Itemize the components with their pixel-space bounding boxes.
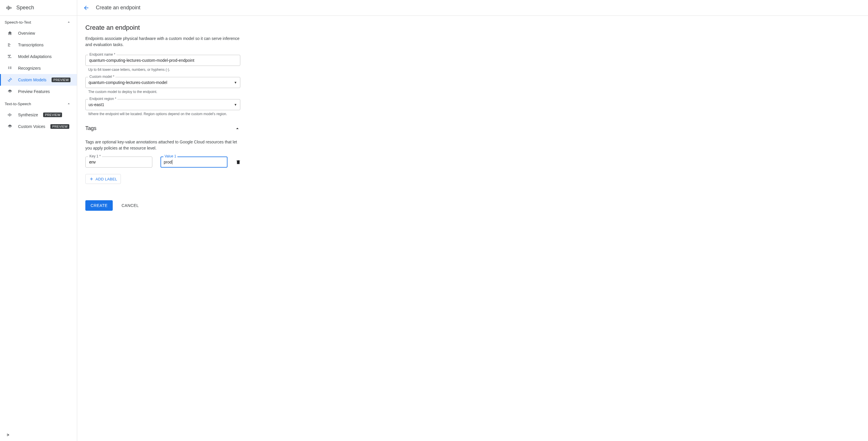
tag-value-text[interactable]: prod	[164, 160, 172, 165]
form-actions: CREATE CANCEL	[85, 200, 319, 211]
chevron-up-icon	[66, 101, 71, 106]
chevron-up-icon	[235, 126, 240, 131]
back-button[interactable]	[83, 5, 89, 11]
sidebar-item-label: Overview	[18, 31, 35, 35]
field-label: Value 1	[163, 154, 177, 158]
tag-key-input[interactable]	[89, 159, 149, 165]
section-header-stt[interactable]: Speech-to-Text	[0, 16, 77, 27]
sidebar-item-model-adaptations[interactable]: Model Adaptations	[0, 51, 77, 62]
cancel-button[interactable]: CANCEL	[120, 203, 141, 208]
text-caret	[172, 160, 173, 165]
field-label: Custom model *	[88, 75, 115, 79]
tag-key-field: Key 1 *	[85, 156, 152, 168]
svg-rect-9	[9, 55, 10, 57]
svg-rect-4	[8, 43, 10, 44]
endpoint-name-field: Endpoint name *	[85, 55, 240, 66]
section-title: Text-to-Speech	[5, 102, 31, 106]
content: Create an endpoint Endpoints associate p…	[77, 16, 328, 218]
sidebar: Speech Speech-to-Text Overview Transcrip…	[0, 0, 77, 441]
tags-description: Tags are optional key-value annotations …	[85, 139, 243, 151]
svg-rect-16	[10, 68, 11, 68]
sidebar-item-label: Synthesize	[18, 113, 38, 117]
speech-logo-icon	[6, 5, 12, 11]
section-header-tts[interactable]: Text-to-Speech	[0, 97, 77, 109]
collapse-sidebar-button[interactable]	[6, 432, 11, 438]
sidebar-header: Speech	[0, 0, 77, 16]
delete-tag-button[interactable]	[236, 159, 241, 165]
topbar: Create an endpoint	[77, 0, 868, 16]
svg-rect-19	[8, 115, 8, 115]
add-label-text: ADD LABEL	[96, 177, 117, 181]
home-icon	[7, 31, 13, 36]
field-label: Key 1 *	[88, 154, 102, 158]
field-helper: Up to 64 lower-case letters, numbers, or…	[88, 68, 319, 72]
endpoint-name-input[interactable]	[89, 58, 237, 63]
sidebar-item-custom-models[interactable]: Custom Models PREVIEW	[0, 74, 77, 86]
svg-rect-0	[7, 7, 7, 9]
product-title: Speech	[16, 5, 34, 11]
sidebar-item-transcriptions[interactable]: Transcriptions	[0, 39, 77, 51]
svg-rect-13	[8, 68, 9, 68]
preview-badge: PREVIEW	[51, 124, 69, 129]
tags-title: Tags	[85, 125, 96, 131]
custom-models-icon	[7, 77, 13, 83]
dropdown-arrow-icon: ▼	[234, 81, 237, 84]
field-label: Endpoint region *	[88, 97, 117, 101]
sidebar-item-label: Preview Features	[18, 89, 50, 94]
dropdown-arrow-icon: ▼	[234, 103, 237, 107]
tag-value-field: Value 1 prod	[160, 156, 227, 168]
svg-rect-11	[8, 57, 11, 58]
model-adaptations-icon	[7, 54, 13, 59]
svg-rect-6	[8, 45, 9, 46]
select-value: us-east1	[89, 102, 104, 107]
tags-section-header[interactable]: Tags	[85, 122, 240, 135]
sidebar-item-overview[interactable]: Overview	[0, 27, 77, 39]
sidebar-item-label: Custom Models	[18, 78, 46, 82]
sidebar-item-label: Custom Voices	[18, 124, 45, 129]
sidebar-item-label: Recognizers	[18, 66, 41, 70]
recognizers-icon	[7, 66, 13, 71]
layers-icon	[7, 124, 13, 129]
chevron-up-icon	[66, 20, 71, 25]
field-label: Endpoint name *	[88, 53, 117, 57]
svg-rect-12	[8, 67, 9, 67]
svg-rect-3	[11, 7, 11, 9]
svg-rect-17	[10, 68, 11, 69]
svg-rect-20	[9, 114, 9, 116]
plus-icon	[89, 177, 94, 181]
svg-rect-21	[10, 113, 10, 117]
add-label-button[interactable]: ADD LABEL	[85, 174, 121, 184]
field-helper: The custom model to deploy to the endpoi…	[88, 90, 319, 94]
create-button[interactable]: CREATE	[85, 200, 113, 211]
svg-rect-5	[8, 44, 10, 45]
page-description: Endpoints associate physical hardware wi…	[85, 35, 243, 48]
section-title: Speech-to-Text	[5, 20, 31, 25]
page-title: Create an endpoint	[85, 24, 319, 31]
preview-badge: PREVIEW	[43, 113, 62, 117]
synthesize-icon	[7, 112, 13, 117]
svg-rect-10	[10, 55, 11, 56]
sidebar-item-preview-features[interactable]: Preview Features	[0, 86, 77, 97]
sidebar-item-recognizers[interactable]: Recognizers	[0, 62, 77, 74]
sidebar-item-custom-voices[interactable]: Custom Voices PREVIEW	[0, 121, 77, 132]
svg-rect-7	[8, 46, 10, 47]
svg-rect-15	[10, 67, 11, 67]
preview-badge: PREVIEW	[52, 78, 70, 82]
select-value: quantum-computing-lectures-custom-model	[89, 80, 167, 85]
tag-row: Key 1 * Value 1 prod	[85, 156, 319, 168]
sidebar-item-label: Transcriptions	[18, 42, 43, 47]
svg-rect-2	[9, 6, 10, 9]
endpoint-region-field: Endpoint region * us-east1 ▼	[85, 99, 240, 110]
sidebar-item-synthesize[interactable]: Synthesize PREVIEW	[0, 109, 77, 121]
svg-rect-24	[7, 434, 8, 436]
topbar-title: Create an endpoint	[96, 5, 141, 11]
field-helper: Where the endpoint will be located. Regi…	[88, 112, 319, 116]
svg-rect-23	[11, 115, 12, 115]
svg-rect-8	[8, 55, 8, 56]
svg-point-18	[9, 79, 11, 81]
main: Create an endpoint Create an endpoint En…	[77, 0, 868, 441]
sidebar-item-label: Model Adaptations	[18, 54, 52, 59]
layers-icon	[7, 89, 13, 94]
custom-model-field: Custom model * quantum-computing-lecture…	[85, 77, 240, 88]
svg-rect-14	[8, 68, 9, 69]
